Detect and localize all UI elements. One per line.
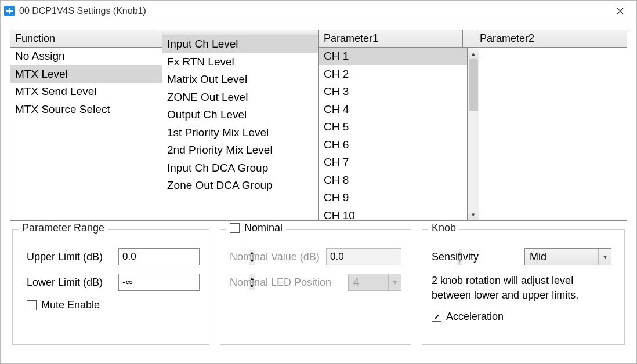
parameter-range-legend: Parameter Range bbox=[19, 222, 108, 234]
list-item[interactable]: Output Ch Level bbox=[162, 106, 319, 124]
scroll-down-button[interactable]: ▾ bbox=[468, 209, 479, 220]
list-item[interactable]: CH 8 bbox=[319, 172, 467, 190]
acceleration-checkbox[interactable]: Acceleration bbox=[432, 311, 504, 323]
p1-header: Parameter1 bbox=[319, 30, 463, 48]
list-item[interactable]: ZONE Out Level bbox=[162, 89, 319, 107]
function-header: Function bbox=[10, 30, 162, 48]
list-item[interactable]: CH 3 bbox=[319, 83, 467, 101]
function-column: Function No AssignMTX LevelMTX Send Leve… bbox=[10, 30, 162, 220]
checkbox-box bbox=[27, 300, 37, 310]
window-title: 00 DCP1V4S Settings (Knob1) bbox=[19, 6, 607, 16]
lower-limit-label: Lower Limit (dB) bbox=[27, 276, 113, 289]
sensitivity-dropdown[interactable]: Mid ▾ bbox=[524, 248, 611, 265]
list-item[interactable]: CH 10 bbox=[319, 207, 467, 221]
knob-group: Knob Sensitivity Mid ▾ 2 knob rotation w… bbox=[422, 229, 625, 345]
list-item[interactable]: 2nd Priority Mix Level bbox=[162, 141, 319, 159]
sensitivity-value: Mid bbox=[525, 251, 598, 263]
list-item[interactable]: Input Ch Level bbox=[162, 35, 319, 53]
nominal-value-label: Nominal Value (dB) bbox=[230, 251, 320, 263]
list-item[interactable]: CH 1 bbox=[319, 48, 467, 65]
mute-enable-checkbox[interactable]: Mute Enable bbox=[27, 299, 100, 311]
list-item[interactable]: CH 9 bbox=[319, 189, 467, 207]
sub-list[interactable]: Input Ch LevelFx RTN LevelMatrix Out Lev… bbox=[162, 35, 319, 220]
nominal-led-dropdown: 4 ▾ bbox=[348, 274, 401, 291]
checkbox-box bbox=[432, 312, 441, 322]
upper-limit-input[interactable]: ▲ ▼ bbox=[118, 248, 200, 265]
p1-p2-wrap: Parameter1 Parameter2 CH 1CH 2CH 3CH 4CH… bbox=[319, 30, 627, 220]
mute-enable-label: Mute Enable bbox=[41, 299, 100, 311]
list-item[interactable]: CH 4 bbox=[319, 101, 467, 119]
nominal-led-value: 4 bbox=[349, 276, 388, 289]
nominal-value-input: ▲ ▼ bbox=[326, 248, 401, 265]
p2-list[interactable] bbox=[479, 48, 627, 220]
sub-header bbox=[162, 30, 319, 35]
scroll-thumb[interactable] bbox=[469, 59, 478, 111]
list-item[interactable]: CH 7 bbox=[319, 154, 467, 172]
list-item[interactable]: Matrix Out Level bbox=[162, 71, 319, 89]
list-item[interactable]: Zone Out DCA Group bbox=[162, 177, 319, 195]
nominal-group: Nominal Nominal Value (dB) ▲ ▼ bbox=[220, 229, 411, 345]
nominal-enable-checkbox[interactable]: Nominal bbox=[230, 222, 283, 234]
nominal-legend: Nominal bbox=[244, 222, 283, 234]
scroll-up-button[interactable]: ▴ bbox=[468, 48, 479, 59]
chevron-down-icon: ▾ bbox=[388, 274, 401, 290]
acceleration-label: Acceleration bbox=[446, 311, 504, 323]
list-item[interactable]: MTX Send Level bbox=[10, 83, 162, 101]
sensitivity-label: Sensitivity bbox=[432, 251, 519, 263]
p1-scrollbar[interactable]: ▴ ▾ bbox=[468, 48, 479, 220]
list-item[interactable]: MTX Source Select bbox=[10, 101, 162, 119]
lower-limit-input[interactable]: ▲ ▼ bbox=[118, 274, 200, 291]
parameter-range-group: Parameter Range Upper Limit (dB) ▲ ▼ bbox=[12, 229, 209, 345]
checkbox-box bbox=[230, 223, 240, 233]
list-item[interactable]: CH 6 bbox=[319, 136, 467, 154]
parameter-lists: Function No AssignMTX LevelMTX Send Leve… bbox=[10, 30, 627, 221]
scroll-track[interactable] bbox=[468, 59, 479, 209]
knob-description: 2 knob rotation will adjust level betwee… bbox=[432, 274, 615, 303]
knob-legend: Knob bbox=[428, 222, 459, 234]
close-icon bbox=[617, 8, 624, 14]
list-item[interactable]: Input Ch DCA Group bbox=[162, 159, 319, 177]
list-item[interactable]: 1st Priority Mix Level bbox=[162, 124, 319, 142]
chevron-down-icon: ▾ bbox=[598, 249, 611, 265]
function-list[interactable]: No AssignMTX LevelMTX Send LevelMTX Sour… bbox=[10, 48, 162, 220]
titlebar: 00 DCP1V4S Settings (Knob1) bbox=[1, 1, 636, 21]
upper-limit-label: Upper Limit (dB) bbox=[27, 251, 113, 263]
chevron-up-icon: ▴ bbox=[472, 50, 475, 57]
sub-column: Input Ch LevelFx RTN LevelMatrix Out Lev… bbox=[162, 30, 319, 220]
chevron-down-icon: ▾ bbox=[472, 211, 475, 219]
list-item[interactable]: CH 5 bbox=[319, 118, 467, 136]
p1-list[interactable]: CH 1CH 2CH 3CH 4CH 5CH 6CH 7CH 8CH 9CH 1… bbox=[319, 48, 468, 220]
content-area: Function No AssignMTX LevelMTX Send Leve… bbox=[1, 21, 636, 363]
dialog-window: 00 DCP1V4S Settings (Knob1) Function No … bbox=[0, 0, 637, 364]
list-item[interactable]: Fx RTN Level bbox=[162, 53, 319, 71]
app-icon bbox=[4, 6, 15, 16]
bottom-panels: Parameter Range Upper Limit (dB) ▲ ▼ bbox=[10, 229, 627, 345]
nominal-led-label: Nominal LED Position bbox=[230, 276, 342, 289]
p2-header: Parameter2 bbox=[475, 30, 627, 48]
close-button[interactable] bbox=[607, 1, 633, 21]
list-item[interactable]: CH 2 bbox=[319, 65, 467, 83]
list-item[interactable]: MTX Level bbox=[10, 65, 162, 83]
list-item[interactable]: No Assign bbox=[10, 48, 162, 65]
